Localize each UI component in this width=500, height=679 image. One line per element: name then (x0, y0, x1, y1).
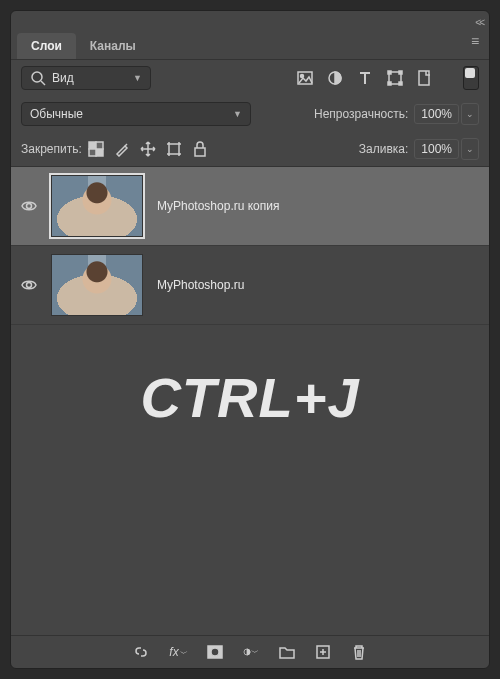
search-icon (30, 70, 46, 86)
svg-rect-14 (89, 149, 96, 156)
svg-rect-9 (399, 82, 402, 85)
visibility-icon[interactable] (21, 198, 37, 214)
fx-icon[interactable]: fx﹀ (169, 645, 186, 659)
svg-rect-8 (388, 82, 391, 85)
trash-icon[interactable] (351, 644, 367, 660)
layer-thumbnail[interactable] (51, 254, 143, 316)
tab-layers[interactable]: Слои (17, 33, 76, 59)
panel-tabs: Слои Каналы ≡ (11, 33, 489, 60)
layer-row[interactable]: MyPhotoshop.ru копия (11, 167, 489, 246)
adjustment-icon[interactable]: ﹀ (243, 644, 259, 660)
svg-rect-10 (419, 71, 429, 85)
blend-mode-value: Обычные (30, 107, 83, 121)
panel-collapse-icon[interactable]: << (475, 17, 483, 28)
layers-panel: << Слои Каналы ≡ Вид ▼ (10, 10, 490, 669)
panel-menu-icon[interactable]: ≡ (467, 33, 483, 49)
svg-point-17 (27, 204, 32, 209)
filter-adjust-icon[interactable] (327, 70, 343, 86)
filter-text-icon[interactable] (357, 70, 373, 86)
lock-artboard-icon[interactable] (166, 141, 182, 157)
layers-list: MyPhotoshop.ru копия MyPhotoshop.ru (11, 167, 489, 325)
lock-transparent-icon[interactable] (88, 141, 104, 157)
mask-icon[interactable] (207, 644, 223, 660)
filter-shape-icon[interactable] (387, 70, 403, 86)
opacity-value[interactable]: 100% (414, 104, 459, 124)
layer-thumbnail[interactable] (51, 175, 143, 237)
lock-position-icon[interactable] (140, 141, 156, 157)
svg-line-1 (41, 81, 45, 85)
tab-channels[interactable]: Каналы (76, 33, 150, 59)
new-layer-icon[interactable] (315, 644, 331, 660)
svg-rect-15 (169, 144, 179, 154)
svg-rect-11 (89, 142, 96, 149)
svg-rect-7 (399, 71, 402, 74)
filter-toggle[interactable] (463, 66, 479, 90)
svg-rect-16 (195, 148, 205, 156)
filter-smart-icon[interactable] (417, 70, 433, 86)
svg-rect-6 (388, 71, 391, 74)
svg-point-0 (32, 72, 42, 82)
filter-label: Вид (52, 71, 74, 85)
svg-rect-12 (96, 149, 103, 156)
svg-rect-13 (96, 142, 103, 149)
chevron-down-icon: ▼ (133, 73, 142, 83)
visibility-icon[interactable] (21, 277, 37, 293)
layer-filter-select[interactable]: Вид ▼ (21, 66, 151, 90)
svg-point-20 (211, 648, 219, 656)
link-layers-icon[interactable] (133, 644, 149, 660)
opacity-label: Непрозрачность: (314, 107, 408, 121)
layers-bottom-toolbar: fx﹀ ﹀ (11, 635, 489, 668)
fill-chevron-icon[interactable]: ⌄ (461, 138, 479, 160)
filter-image-icon[interactable] (297, 70, 313, 86)
blend-mode-select[interactable]: Обычные ▼ (21, 102, 251, 126)
fill-value[interactable]: 100% (414, 139, 459, 159)
lock-label: Закрепить: (21, 142, 82, 156)
layer-name[interactable]: MyPhotoshop.ru копия (157, 199, 279, 213)
overlay-shortcut-text: CTRL+J (11, 325, 489, 430)
lock-pixels-icon[interactable] (114, 141, 130, 157)
chevron-down-icon: ▼ (233, 109, 242, 119)
layer-row[interactable]: MyPhotoshop.ru (11, 246, 489, 325)
lock-all-icon[interactable] (192, 141, 208, 157)
svg-point-18 (27, 283, 32, 288)
group-icon[interactable] (279, 644, 295, 660)
opacity-chevron-icon[interactable]: ⌄ (461, 103, 479, 125)
layer-name[interactable]: MyPhotoshop.ru (157, 278, 244, 292)
fill-label: Заливка: (359, 142, 409, 156)
